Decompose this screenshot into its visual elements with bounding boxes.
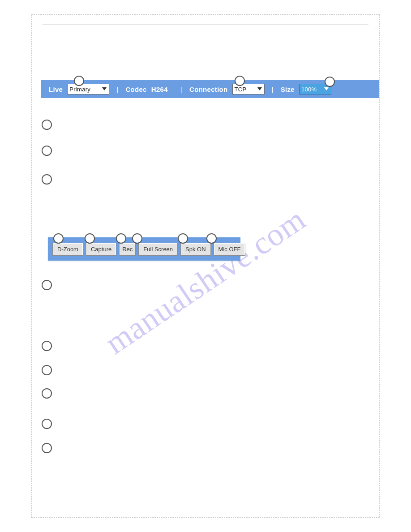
capture-button[interactable]: Capture (86, 243, 116, 256)
top-rule (43, 25, 368, 25)
rec-button[interactable]: Rec (119, 243, 136, 256)
callout-marker (132, 233, 142, 244)
callout-marker (116, 233, 126, 244)
connection-select-value: TCP (235, 86, 247, 93)
live-stream-select[interactable]: Primary (67, 84, 109, 94)
codec-label: Codec (125, 86, 146, 93)
callout-marker (42, 443, 52, 453)
callout-marker (42, 146, 52, 156)
mic-button[interactable]: Mic OFF (214, 243, 246, 256)
callout-marker (42, 280, 52, 290)
callout-marker (235, 76, 245, 86)
separator: | (116, 86, 118, 93)
callout-marker (42, 341, 52, 351)
chevron-down-icon (256, 86, 263, 93)
dzoom-button[interactable]: D-Zoom (52, 243, 83, 256)
callout-marker (178, 233, 188, 244)
callout-marker (42, 365, 52, 375)
fullscreen-button[interactable]: Full Screen (138, 243, 178, 256)
chevron-down-icon (101, 86, 108, 93)
callout-marker (85, 233, 95, 244)
codec-value: H264 (151, 86, 168, 93)
separator: | (272, 86, 274, 93)
callout-marker (206, 233, 217, 244)
connection-label: Connection (189, 86, 228, 93)
callout-marker (42, 388, 52, 399)
callout-marker (42, 419, 52, 429)
callout-marker (53, 233, 64, 244)
page: manualshive.com Live Primary | Codec H26… (0, 0, 411, 532)
callout-marker (325, 77, 335, 87)
callout-marker (42, 174, 52, 184)
size-select-value: 100% (301, 86, 317, 93)
live-label: Live (49, 86, 63, 93)
watermark-text: manualshive.com (98, 201, 313, 362)
speaker-button[interactable]: Spk ON (180, 243, 211, 256)
live-stream-select-value: Primary (69, 86, 90, 93)
callout-marker (42, 120, 52, 130)
separator: | (180, 86, 182, 93)
page-inner-frame: manualshive.com Live Primary | Codec H26… (31, 14, 380, 518)
callout-marker (74, 76, 84, 86)
size-label: Size (281, 86, 295, 93)
